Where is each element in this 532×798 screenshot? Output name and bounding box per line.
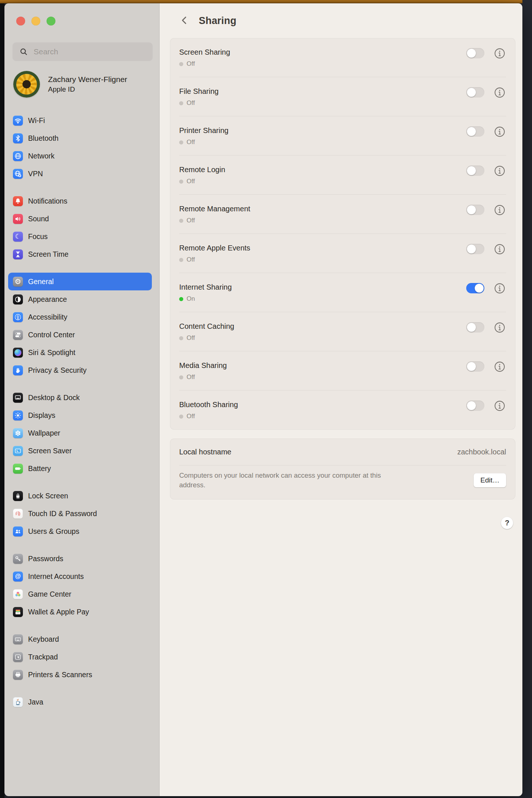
media-sharing-toggle[interactable] bbox=[466, 361, 484, 372]
sidebar-item-focus[interactable]: ☾Focus bbox=[8, 228, 152, 245]
sidebar-item-desktop-and-dock[interactable]: Desktop & Dock bbox=[8, 389, 152, 406]
fingerprint-icon bbox=[13, 509, 23, 519]
sidebar-item-label: Internet Accounts bbox=[28, 572, 84, 581]
info-icon[interactable] bbox=[494, 86, 506, 99]
sharing-list-card: Screen Sharing Off File Sharing Off Prin… bbox=[170, 38, 515, 430]
sidebar-item-label: Control Center bbox=[28, 331, 75, 339]
sidebar-item-appearance[interactable]: Appearance bbox=[8, 290, 152, 308]
search-input[interactable] bbox=[33, 47, 149, 57]
sidebar-item-displays[interactable]: Displays bbox=[8, 406, 152, 424]
remote-login-toggle[interactable] bbox=[466, 166, 484, 176]
sharing-row-printer-sharing: Printer Sharing Off bbox=[170, 116, 515, 156]
sidebar-item-passwords[interactable]: Passwords bbox=[8, 550, 152, 567]
sidebar-item-label: Wallet & Apple Pay bbox=[28, 608, 89, 616]
sidebar-item-screen-saver[interactable]: Screen Saver bbox=[8, 442, 152, 460]
keyboard-icon bbox=[13, 634, 23, 644]
sidebar-item-general[interactable]: ⚙General bbox=[8, 273, 152, 290]
info-icon[interactable] bbox=[494, 126, 506, 138]
sidebar-item-wallet-and-apple-pay[interactable]: Wallet & Apple Pay bbox=[8, 603, 152, 621]
info-icon[interactable] bbox=[494, 204, 506, 216]
sidebar-item-label: VPN bbox=[28, 170, 43, 178]
sidebar-item-trackpad[interactable]: Trackpad bbox=[8, 648, 152, 666]
remote-apple-events-toggle[interactable] bbox=[466, 244, 484, 254]
vpn-globe-icon bbox=[13, 169, 23, 179]
desktop-shadow-strip bbox=[0, 3, 4, 798]
profile-name: Zachary Wener-Fligner bbox=[48, 75, 127, 84]
bluetooth-sharing-toggle[interactable] bbox=[466, 400, 484, 411]
sidebar-item-notifications[interactable]: Notifications bbox=[8, 192, 152, 210]
status-text: Off bbox=[187, 374, 195, 381]
zoom-button[interactable] bbox=[47, 17, 55, 25]
sidebar-item-accessibility[interactable]: Accessibility bbox=[8, 308, 152, 326]
sidebar-item-label: Printers & Scanners bbox=[28, 671, 92, 679]
sidebar-item-keyboard[interactable]: Keyboard bbox=[8, 630, 152, 648]
close-button[interactable] bbox=[16, 17, 25, 25]
info-icon[interactable] bbox=[494, 47, 506, 59]
minimize-button[interactable] bbox=[31, 17, 40, 25]
sharing-row-title: Printer Sharing bbox=[179, 125, 466, 136]
sidebar-item-label: Focus bbox=[28, 232, 48, 241]
content-caching-toggle[interactable] bbox=[466, 322, 484, 332]
sharing-row-screen-sharing: Screen Sharing Off bbox=[170, 38, 515, 77]
sidebar-item-label: Wallpaper bbox=[28, 429, 60, 437]
sidebar-item-control-center[interactable]: Control Center bbox=[8, 326, 152, 344]
sidebar-item-wi-fi[interactable]: Wi-Fi bbox=[8, 112, 152, 129]
status-dot bbox=[179, 415, 183, 419]
sidebar-group: Passwords@Internet AccountsGame CenterWa… bbox=[8, 550, 152, 621]
info-icon[interactable] bbox=[494, 243, 506, 255]
sidebar-item-bluetooth[interactable]: Bluetooth bbox=[8, 129, 152, 147]
profile-subtitle: Apple ID bbox=[48, 85, 127, 93]
info-icon[interactable] bbox=[494, 165, 506, 177]
users-icon bbox=[13, 526, 23, 536]
screen-sharing-toggle[interactable] bbox=[466, 48, 484, 58]
sidebar-item-vpn[interactable]: VPN bbox=[8, 165, 152, 183]
sharing-row-status: Off bbox=[179, 60, 466, 68]
sidebar-item-printers-and-scanners[interactable]: Printers & Scanners bbox=[8, 666, 152, 683]
sidebar-item-label: General bbox=[28, 277, 54, 286]
info-icon[interactable] bbox=[494, 400, 506, 412]
toggle-knob bbox=[467, 323, 476, 332]
search-field[interactable] bbox=[12, 42, 153, 61]
back-button[interactable] bbox=[178, 14, 191, 27]
sidebar-item-battery[interactable]: Battery bbox=[8, 460, 152, 477]
game-center-icon bbox=[13, 589, 23, 599]
sidebar-item-wallpaper[interactable]: Wallpaper bbox=[8, 424, 152, 442]
toggle-knob bbox=[467, 166, 476, 175]
sidebar-item-screen-time[interactable]: Screen Time bbox=[8, 245, 152, 263]
remote-management-toggle[interactable] bbox=[466, 205, 484, 215]
sidebar-item-siri-and-spotlight[interactable]: Siri & Spotlight bbox=[8, 344, 152, 361]
sidebar-item-lock-screen[interactable]: Lock Screen bbox=[8, 487, 152, 505]
wallet-icon bbox=[13, 607, 23, 617]
sidebar-item-label: Network bbox=[28, 152, 55, 160]
toggle-knob bbox=[467, 127, 476, 136]
sidebar-item-sound[interactable]: Sound bbox=[8, 210, 152, 228]
sidebar-item-internet-accounts[interactable]: @Internet Accounts bbox=[8, 567, 152, 585]
sidebar-item-label: Wi-Fi bbox=[28, 116, 45, 125]
info-icon[interactable] bbox=[494, 282, 506, 294]
toggle-knob bbox=[467, 362, 476, 371]
sidebar-item-java[interactable]: Java bbox=[8, 693, 152, 711]
sidebar-item-touch-id-and-password[interactable]: Touch ID & Password bbox=[8, 505, 152, 522]
edit-hostname-button[interactable]: Edit… bbox=[474, 473, 506, 487]
info-icon[interactable] bbox=[494, 321, 506, 334]
status-text: Off bbox=[187, 139, 195, 146]
internet-sharing-toggle[interactable] bbox=[466, 283, 484, 293]
sidebar-item-label: Battery bbox=[28, 464, 51, 473]
sidebar-item-network[interactable]: Network bbox=[8, 147, 152, 165]
file-sharing-toggle[interactable] bbox=[466, 87, 484, 98]
sidebar-item-privacy-and-security[interactable]: Privacy & Security bbox=[8, 361, 152, 379]
sidebar-item-users-and-groups[interactable]: Users & Groups bbox=[8, 522, 152, 540]
help-button[interactable]: ? bbox=[501, 517, 513, 529]
sidebar-item-game-center[interactable]: Game Center bbox=[8, 585, 152, 603]
printer-sharing-toggle[interactable] bbox=[466, 126, 484, 137]
sharing-row-title: Media Sharing bbox=[179, 360, 466, 371]
sidebar-item-label: Users & Groups bbox=[28, 527, 79, 536]
bell-icon bbox=[13, 196, 23, 206]
info-icon[interactable] bbox=[494, 361, 506, 373]
appearance-icon bbox=[13, 294, 23, 304]
sidebar-item-label: Passwords bbox=[28, 555, 63, 563]
sharing-row-status: On bbox=[179, 295, 466, 303]
at-icon: @ bbox=[13, 572, 23, 582]
sidebar-group: Java bbox=[8, 693, 152, 711]
apple-id-profile[interactable]: Zachary Wener-Fligner Apple ID bbox=[13, 71, 127, 98]
